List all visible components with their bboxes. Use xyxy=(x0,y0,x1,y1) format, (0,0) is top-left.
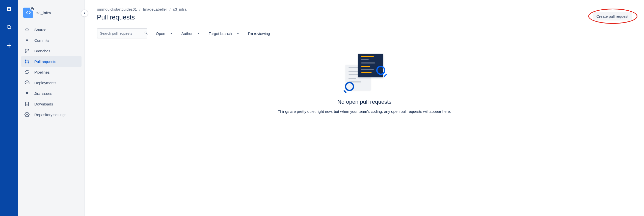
commits-icon xyxy=(24,37,30,43)
sidebar-item-commits[interactable]: Commits xyxy=(21,35,82,46)
sidebar-item-deployments[interactable]: Deployments xyxy=(21,77,82,88)
svg-point-10 xyxy=(28,49,29,50)
search-icon xyxy=(144,31,148,36)
breadcrumb-item[interactable]: s3_infra xyxy=(173,7,186,11)
sidebar-item-label: Downloads xyxy=(34,102,53,106)
svg-point-11 xyxy=(25,60,26,60)
filter-bar: Open Author Target branch I'm reviewing xyxy=(97,28,632,38)
svg-point-5 xyxy=(26,40,28,41)
filter-label: Target branch xyxy=(209,31,232,36)
chevron-down-icon xyxy=(236,31,239,36)
empty-state-title: No open pull requests xyxy=(276,99,453,105)
chevron-down-icon xyxy=(197,31,200,36)
branches-icon xyxy=(24,48,30,54)
sidebar-item-label: Branches xyxy=(34,49,50,53)
sidebar-item-branches[interactable]: Branches xyxy=(21,46,82,56)
page-title: Pull requests xyxy=(97,13,632,21)
main-content: pmmquickstartguides01 / ImageLabeller / … xyxy=(85,0,644,216)
empty-state: No open pull requests Things are pretty … xyxy=(276,54,453,115)
lock-icon xyxy=(30,7,34,11)
deployments-icon xyxy=(24,80,30,85)
code-icon xyxy=(24,27,30,32)
repo-header: s3_infra xyxy=(21,6,82,22)
sidebar-item-label: Source xyxy=(34,28,46,32)
filter-target-branch-dropdown[interactable]: Target branch xyxy=(209,31,239,36)
svg-point-12 xyxy=(25,62,26,63)
sidebar-item-repo-settings[interactable]: Repository settings xyxy=(21,109,82,120)
breadcrumb-separator: / xyxy=(170,7,171,11)
sidebar-item-label: Jira issues xyxy=(34,91,52,96)
svg-rect-4 xyxy=(31,8,33,10)
svg-line-1 xyxy=(10,28,11,29)
svg-point-0 xyxy=(7,25,10,29)
empty-illustration-icon xyxy=(343,54,386,92)
sidebar-item-jira-issues[interactable]: Jira issues xyxy=(21,88,82,99)
filter-label: Author xyxy=(181,31,193,36)
nav-list: Source Commits Branches Pull requests Pi… xyxy=(21,24,82,120)
svg-point-9 xyxy=(25,52,26,53)
breadcrumb-item[interactable]: pmmquickstartguides01 xyxy=(97,7,137,11)
downloads-icon xyxy=(24,101,30,107)
breadcrumb-item[interactable]: ImageLabeller xyxy=(143,7,167,11)
sidebar-item-label: Deployments xyxy=(34,81,57,85)
filter-label: Open xyxy=(156,31,165,36)
filter-state-dropdown[interactable]: Open xyxy=(156,31,173,36)
sidebar-item-downloads[interactable]: Downloads xyxy=(21,99,82,109)
repo-avatar-icon xyxy=(23,8,33,18)
im-reviewing-link[interactable]: I'm reviewing xyxy=(248,31,270,36)
search-icon[interactable] xyxy=(4,22,14,32)
bitbucket-logo-icon[interactable] xyxy=(4,4,14,14)
breadcrumb-separator: / xyxy=(139,7,140,11)
sidebar-item-label: Pipelines xyxy=(34,70,50,74)
sidebar-item-label: Commits xyxy=(34,38,49,42)
jira-icon xyxy=(24,91,30,96)
sidebar-item-pull-requests[interactable]: Pull requests xyxy=(21,56,82,67)
svg-point-17 xyxy=(145,32,147,34)
svg-point-16 xyxy=(26,114,28,115)
search-pull-requests[interactable] xyxy=(97,28,147,38)
empty-state-description: Things are pretty quiet right now, but w… xyxy=(276,109,453,115)
search-input[interactable] xyxy=(100,31,144,35)
chevron-down-icon xyxy=(170,31,173,36)
svg-line-18 xyxy=(147,34,147,34)
breadcrumb: pmmquickstartguides01 / ImageLabeller / … xyxy=(97,7,632,11)
sidebar-item-source[interactable]: Source xyxy=(21,24,82,35)
repo-sidebar: s3_infra Source Commits Branches Pull re… xyxy=(18,0,85,216)
settings-icon xyxy=(24,112,30,117)
sidebar-item-label: Pull requests xyxy=(34,59,56,64)
add-icon[interactable] xyxy=(4,40,14,51)
sidebar-item-pipelines[interactable]: Pipelines xyxy=(21,67,82,77)
create-pull-request-button[interactable]: Create pull request xyxy=(593,12,632,20)
svg-point-13 xyxy=(28,62,29,63)
pull-request-icon xyxy=(24,59,30,64)
pipelines-icon xyxy=(24,69,30,75)
global-nav-rail xyxy=(0,0,18,216)
sidebar-item-label: Repository settings xyxy=(34,113,67,117)
repo-name: s3_infra xyxy=(36,11,51,15)
svg-point-8 xyxy=(25,49,26,50)
filter-author-dropdown[interactable]: Author xyxy=(181,31,200,36)
